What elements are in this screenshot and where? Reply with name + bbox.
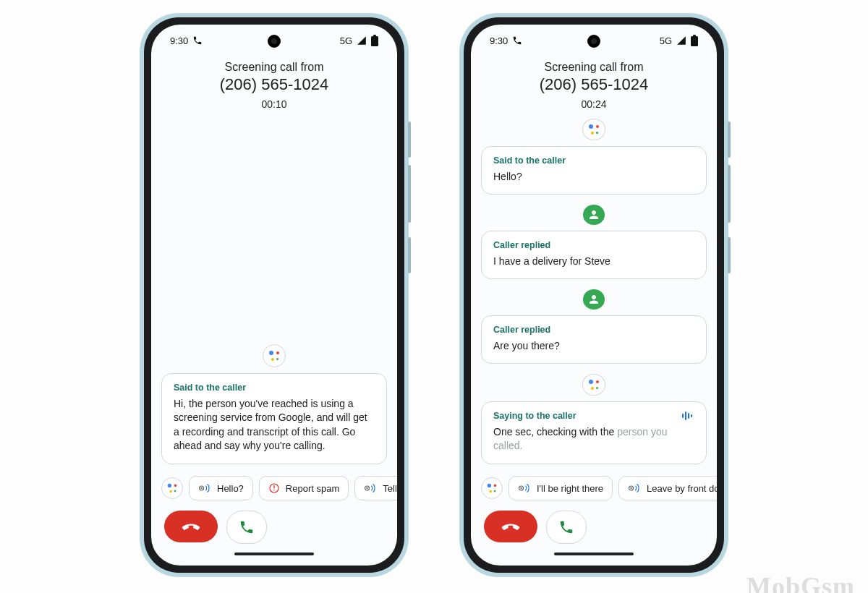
signal-icon xyxy=(676,35,686,46)
svg-rect-1 xyxy=(373,35,376,36)
chip-leave-by-door[interactable]: Leave by front door xyxy=(618,476,717,500)
chip-report-spam[interactable]: Report spam xyxy=(259,476,349,500)
voice-reply-icon xyxy=(628,482,641,494)
svg-point-8 xyxy=(367,487,368,489)
camera-punch-hole xyxy=(587,35,600,48)
answer-button[interactable] xyxy=(546,511,587,544)
suggestion-chips: Hello? Report spam Tell me mo xyxy=(151,469,397,500)
assistant-avatar-icon xyxy=(582,119,605,140)
phone-icon xyxy=(558,519,574,535)
svg-rect-5 xyxy=(273,485,274,489)
assistant-icon[interactable] xyxy=(481,477,503,499)
call-action-row xyxy=(471,500,717,553)
svg-rect-13 xyxy=(688,413,689,419)
transcript-card: Caller replied Are you there? xyxy=(481,315,707,364)
transcript-body: Hello? xyxy=(493,170,694,184)
call-active-icon xyxy=(192,35,203,46)
gesture-nav-bar[interactable] xyxy=(471,553,717,566)
transcript-label: Caller replied xyxy=(493,240,694,250)
transcript-label: Said to the caller xyxy=(174,383,375,393)
call-timer: 00:24 xyxy=(485,94,702,110)
phone-mockup-2: 9:30 5G xyxy=(459,13,728,577)
header-text: Screening call from xyxy=(166,61,383,74)
transcript-body: One sec, checking with the person you ca… xyxy=(493,425,694,453)
voice-reply-icon xyxy=(518,482,531,494)
assistant-avatar-icon xyxy=(263,344,286,367)
svg-rect-12 xyxy=(685,411,686,420)
svg-rect-10 xyxy=(693,35,696,36)
caller-number: (206) 565-1024 xyxy=(485,74,702,94)
svg-rect-0 xyxy=(371,36,378,46)
hangup-icon xyxy=(181,516,201,537)
camera-punch-hole xyxy=(268,35,281,48)
svg-point-16 xyxy=(520,487,522,489)
transcript-body: Hi, the person you've reached is using a… xyxy=(174,397,375,453)
transcript-card: Said to the caller Hi, the person you've… xyxy=(161,373,387,464)
stage: 9:30 5G xyxy=(0,0,868,593)
phone-mockup-1: 9:30 5G xyxy=(140,13,409,577)
svg-rect-14 xyxy=(691,414,692,417)
status-time: 9:30 xyxy=(490,35,508,46)
chip-label: Report spam xyxy=(286,483,339,494)
chip-tell-me-more[interactable]: Tell me mo xyxy=(354,476,397,500)
chip-hello[interactable]: Hello? xyxy=(189,476,253,500)
voice-reply-icon xyxy=(364,482,377,494)
chip-label: I'll be right there xyxy=(537,483,603,494)
audio-wave-icon xyxy=(681,411,694,420)
chip-label: Hello? xyxy=(217,483,244,494)
transcript-body: Are you there? xyxy=(493,339,694,354)
svg-point-3 xyxy=(200,487,202,489)
chip-be-right-there[interactable]: I'll be right there xyxy=(509,476,613,500)
answer-button[interactable] xyxy=(226,511,267,544)
voice-reply-icon xyxy=(198,482,211,494)
caller-avatar-icon xyxy=(583,289,605,310)
chip-label: Leave by front door xyxy=(647,483,717,494)
transcript-card: Said to the caller Hello? xyxy=(481,146,707,195)
watermark: MobGsm xyxy=(746,571,855,593)
report-icon xyxy=(268,482,280,494)
signal-icon xyxy=(357,35,367,46)
transcript-body: I have a delivery for Steve xyxy=(493,255,694,269)
svg-rect-6 xyxy=(273,490,274,490)
battery-icon xyxy=(691,35,698,46)
svg-point-18 xyxy=(630,487,631,489)
assistant-avatar-icon xyxy=(582,374,605,396)
header-text: Screening call from xyxy=(485,61,702,74)
call-action-row xyxy=(151,500,397,553)
transcript-card-live: Saying to the caller One sec, checking w… xyxy=(481,401,707,464)
gesture-nav-bar[interactable] xyxy=(151,553,397,566)
status-network: 5G xyxy=(660,35,672,46)
transcript-area: Said to the caller Hi, the person you've… xyxy=(151,117,397,469)
chip-label: Tell me mo xyxy=(383,483,397,494)
battery-icon xyxy=(371,35,378,46)
svg-rect-9 xyxy=(691,36,698,46)
assistant-icon[interactable] xyxy=(161,477,183,499)
call-header: Screening call from (206) 565-1024 00:24 xyxy=(471,56,717,117)
suggestion-chips: I'll be right there Leave by front door xyxy=(471,469,717,500)
hangup-icon xyxy=(501,516,521,537)
status-network: 5G xyxy=(340,35,352,46)
caller-avatar-icon xyxy=(583,205,605,225)
transcript-label: Caller replied xyxy=(493,325,694,335)
call-header: Screening call from (206) 565-1024 00:10 xyxy=(151,56,397,117)
transcript-label: Said to the caller xyxy=(493,155,694,166)
transcript-area: Said to the caller Hello? Caller replied… xyxy=(471,117,717,469)
status-time: 9:30 xyxy=(170,35,188,46)
transcript-label: Saying to the caller xyxy=(493,411,576,421)
svg-rect-11 xyxy=(682,414,684,418)
transcript-card: Caller replied I have a delivery for Ste… xyxy=(481,231,707,280)
call-active-icon xyxy=(512,35,522,46)
phone-icon xyxy=(239,519,255,535)
hangup-button[interactable] xyxy=(484,511,537,542)
call-timer: 00:10 xyxy=(166,94,383,110)
hangup-button[interactable] xyxy=(164,511,218,542)
caller-number: (206) 565-1024 xyxy=(166,74,383,94)
